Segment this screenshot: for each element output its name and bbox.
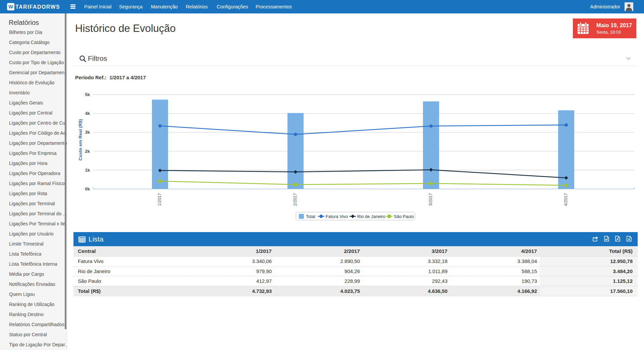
svg-text:1k: 1k: [85, 168, 90, 173]
svg-text:1/2017: 1/2017: [157, 193, 162, 206]
svg-text:Rio de Janeiro: Rio de Janeiro: [357, 214, 385, 219]
svg-text:3/2017: 3/2017: [428, 193, 433, 206]
svg-text:2/2017: 2/2017: [293, 193, 298, 206]
svg-text:4k: 4k: [85, 111, 90, 116]
svg-text:0k: 0k: [85, 186, 90, 191]
svg-text:Custo em Real (R$): Custo em Real (R$): [78, 119, 83, 161]
svg-text:São Paulo: São Paulo: [394, 214, 414, 219]
svg-text:2k: 2k: [85, 149, 90, 154]
svg-text:4/2017: 4/2017: [564, 193, 568, 206]
svg-text:Total: Total: [306, 214, 315, 219]
svg-text:3k: 3k: [85, 130, 90, 135]
svg-text:Fatura Vivo: Fatura Vivo: [326, 214, 348, 219]
svg-text:5k: 5k: [85, 92, 90, 97]
